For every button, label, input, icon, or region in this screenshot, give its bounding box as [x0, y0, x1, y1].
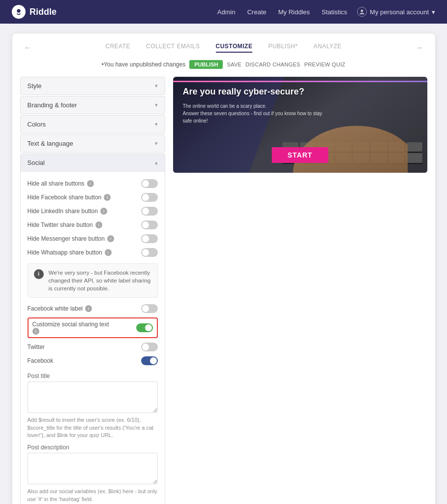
- hide-messenger-label: Hide Messenger share button: [28, 235, 105, 242]
- step-create[interactable]: CREATE: [105, 43, 130, 53]
- hide-all-share-toggle[interactable]: [141, 179, 158, 188]
- nav-my-riddles[interactable]: My Riddles: [278, 8, 310, 16]
- start-button[interactable]: START: [272, 147, 328, 163]
- chevron-down-icon: ▾: [155, 121, 158, 127]
- hide-twitter-info-icon[interactable]: i: [95, 221, 102, 228]
- facebook-toggle-row: Facebook: [28, 354, 158, 368]
- main-container: ← CREATE COLLECT EMAILS CUSTOMIZE PUBLIS…: [12, 33, 435, 504]
- step-analyze[interactable]: ANALYZE: [313, 43, 341, 53]
- hide-whatsapp-label: Hide Whatsapp share button: [28, 249, 102, 256]
- info-box-text: We're very sorry - but Facebook recently…: [49, 269, 151, 292]
- twitter-toggle-row: Twitter: [28, 340, 158, 354]
- key: [406, 153, 422, 163]
- hide-linkedin-info-icon[interactable]: i: [100, 208, 107, 215]
- hide-twitter-row: Hide Twitter share button i: [28, 218, 158, 232]
- facebook-label: Facebook: [28, 357, 54, 364]
- preview-subtitle-line2: Answer these seven questions - find out …: [183, 111, 323, 124]
- hide-twitter-toggle[interactable]: [141, 220, 158, 229]
- facebook-api-info-box: i We're very sorry - but Facebook recent…: [28, 263, 158, 298]
- hide-facebook-row: Hide Facebook share button i: [28, 190, 158, 204]
- logo-icon: [12, 5, 26, 19]
- accordion-style-header[interactable]: Style ▾: [21, 77, 165, 94]
- accordion-branding-header[interactable]: Branding & footer ▾: [21, 96, 165, 114]
- nav-statistics[interactable]: Statistics: [322, 8, 347, 16]
- chevron-down-icon: ▾: [155, 83, 158, 89]
- accordion-colors: Colors ▾: [20, 115, 165, 133]
- step-navigation: ← CREATE COLLECT EMAILS CUSTOMIZE PUBLIS…: [20, 41, 427, 54]
- nav-create[interactable]: Create: [247, 8, 267, 16]
- hide-whatsapp-toggle[interactable]: [141, 248, 158, 257]
- publish-bar: •You have unpublished changes PUBLISH SA…: [20, 60, 427, 69]
- accordion-branding-label: Branding & footer: [28, 101, 77, 109]
- post-description-section: Post description Also add our social var…: [28, 444, 158, 503]
- facebook-white-label-toggle[interactable]: [141, 304, 158, 313]
- user-avatar-icon: [357, 7, 367, 17]
- step-collect-emails[interactable]: COLLECT EMAILS: [146, 43, 200, 53]
- social-content: Hide all share buttons i Hide Facebook s…: [21, 171, 165, 504]
- facebook-white-label-row: Facebook white label i: [28, 302, 158, 315]
- accordion-social-header[interactable]: Social ▴: [21, 154, 165, 171]
- user-label: My personal account: [370, 8, 429, 16]
- step-publish[interactable]: PUBLISH*: [268, 43, 298, 53]
- post-title-hint: Add $result to insert the user's score (…: [28, 416, 158, 439]
- right-panel: Are you really cyber-secure? The online …: [173, 77, 427, 504]
- hide-whatsapp-info-icon[interactable]: i: [105, 249, 112, 256]
- twitter-toggle[interactable]: [141, 343, 158, 351]
- svg-point-1: [361, 10, 363, 12]
- hide-all-share-info-icon[interactable]: i: [87, 180, 94, 187]
- content-area: Style ▾ Branding & footer ▾ Colors ▾: [20, 77, 427, 504]
- accordion-branding: Branding & footer ▾: [20, 96, 165, 114]
- customize-social-sharing-info-icon[interactable]: i: [32, 328, 39, 335]
- accordion-colors-header[interactable]: Colors ▾: [21, 116, 165, 133]
- accordion-text-language-label: Text & language: [28, 140, 73, 147]
- post-description-input[interactable]: [28, 453, 158, 484]
- hide-linkedin-toggle[interactable]: [141, 207, 158, 216]
- step-customize[interactable]: CUSTOMIZE: [216, 43, 253, 53]
- key: [406, 142, 422, 152]
- accordion-social: Social ▴ Hide all share buttons i: [20, 154, 165, 504]
- hide-messenger-toggle[interactable]: [141, 234, 158, 243]
- post-title-section: Post title Add $result to insert the use…: [28, 373, 158, 439]
- preview-subtitle: The online world can be a scary place. A…: [183, 102, 326, 125]
- accordion-text-language: Text & language ▾: [20, 134, 165, 153]
- preview-quiz-link[interactable]: PREVIEW QUIZ: [304, 62, 346, 67]
- hide-linkedin-label: Hide LinkedIn share button: [28, 208, 98, 215]
- post-title-label: Post title: [28, 373, 158, 379]
- post-description-label: Post description: [28, 444, 158, 451]
- hide-facebook-toggle[interactable]: [141, 193, 158, 202]
- unpublished-text: •You have unpublished changes: [102, 61, 186, 68]
- save-link[interactable]: SAVE: [227, 62, 241, 67]
- customize-social-sharing-label: Customize social sharing text: [32, 321, 109, 328]
- user-menu[interactable]: My personal account ▾: [357, 7, 435, 17]
- hide-facebook-info-icon[interactable]: i: [104, 194, 111, 201]
- customize-social-sharing-toggle[interactable]: [136, 323, 153, 332]
- hide-messenger-info-icon[interactable]: i: [107, 235, 114, 242]
- hide-linkedin-row: Hide LinkedIn share button i: [28, 204, 158, 218]
- facebook-toggle[interactable]: [141, 356, 158, 365]
- logo[interactable]: Riddle: [12, 5, 57, 19]
- hide-facebook-label: Hide Facebook share button: [28, 194, 102, 201]
- hide-all-share-label: Hide all share buttons: [28, 180, 85, 187]
- twitter-label: Twitter: [28, 344, 45, 350]
- post-title-input[interactable]: [28, 381, 158, 413]
- step-prev-button[interactable]: ←: [20, 41, 36, 54]
- info-box-icon: i: [34, 269, 44, 279]
- customize-social-sharing-row: Customize social sharing text i: [28, 317, 158, 338]
- chevron-up-icon: ▴: [155, 159, 158, 166]
- publish-button[interactable]: PUBLISH: [189, 60, 223, 69]
- accordion-style-label: Style: [28, 82, 42, 90]
- facebook-white-label-info-icon[interactable]: i: [85, 305, 92, 312]
- nav-admin[interactable]: Admin: [217, 8, 236, 16]
- accordion-social-label: Social: [28, 159, 45, 166]
- accordion-colors-label: Colors: [28, 121, 46, 128]
- accordion-text-language-header[interactable]: Text & language ▾: [21, 135, 165, 152]
- nav-links: Admin Create My Riddles Statistics: [217, 8, 347, 16]
- preview-image: Are you really cyber-secure? The online …: [173, 77, 427, 173]
- preview-text-overlay: Are you really cyber-secure? The online …: [183, 87, 326, 125]
- post-description-hint: Also add our social variables (ex. $link…: [28, 488, 158, 503]
- hide-all-share-row: Hide all share buttons i: [28, 177, 158, 190]
- discard-changes-link[interactable]: DISCARD CHANGES: [245, 62, 300, 67]
- hide-messenger-row: Hide Messenger share button i: [28, 232, 158, 246]
- step-next-button[interactable]: →: [412, 41, 427, 54]
- svg-point-0: [17, 9, 20, 13]
